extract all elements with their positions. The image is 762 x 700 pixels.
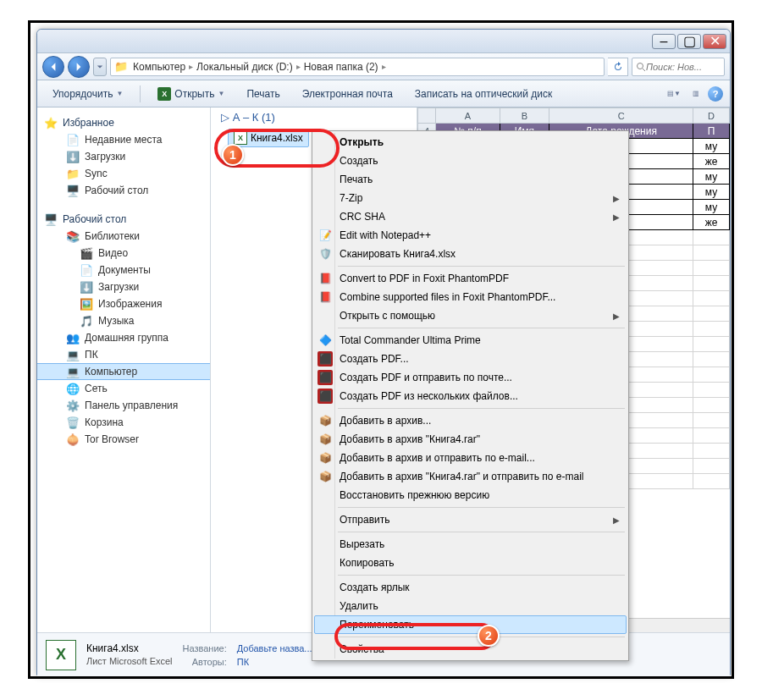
excel-file-icon: X (46, 640, 76, 670)
sidebar-item[interactable]: 🌐Сеть (37, 380, 210, 397)
context-menu-item[interactable]: Свойства (314, 640, 627, 659)
context-menu-item[interactable]: Восстановить прежнюю версию (314, 486, 627, 504)
context-menu-item[interactable]: 📦Добавить в архив... (314, 411, 627, 430)
submenu-arrow-icon: ▶ (613, 194, 620, 203)
minimize-button[interactable]: – (652, 34, 676, 49)
table-cell: же (693, 154, 730, 169)
ar-icon: 📦 (318, 450, 333, 466)
sidebar-item[interactable]: 💻Компьютер (37, 363, 210, 380)
context-menu-item[interactable]: Открыть (314, 133, 627, 152)
tc-icon: 🔷 (318, 333, 333, 348)
sidebar-item[interactable]: 💻ПК (37, 346, 210, 363)
context-menu-item[interactable]: Создать ярлык (314, 578, 627, 597)
context-menu-item[interactable]: 📦Добавить в архив "Книга4.rar" и отправи… (314, 467, 627, 486)
column-header[interactable]: D (693, 108, 730, 124)
file-item-kniga4[interactable]: X Книга4.xlsx (228, 129, 309, 147)
context-menu-item[interactable]: Копировать (314, 554, 627, 572)
back-button[interactable] (42, 56, 64, 78)
context-menu-item[interactable]: Переименовать (314, 615, 627, 634)
empty-cell (693, 245, 730, 261)
breadcrumb[interactable]: 📁 Компьютер▸ Локальный диск (D:)▸ Новая … (110, 58, 605, 76)
context-menu-item[interactable]: Вырезать (314, 535, 627, 554)
preview-pane-button[interactable]: ▥ (686, 85, 706, 103)
sidebar-libraries-head[interactable]: 📚Библиотеки (37, 228, 210, 245)
maximize-button[interactable]: ▢ (677, 34, 701, 49)
view-layout-button[interactable]: ▤ ▼ (664, 85, 684, 103)
forward-button[interactable] (68, 56, 90, 78)
context-menu-item[interactable]: 🛡️Сканировать Книга4.xlsx (314, 245, 627, 263)
empty-cell (693, 428, 730, 444)
pd-icon: ⬛ (318, 370, 333, 385)
details-authors-label: Авторы: (183, 655, 227, 669)
empty-cell (693, 398, 730, 413)
excel-icon: X (157, 87, 171, 101)
sidebar-item[interactable]: ⬇️Загрузки (37, 148, 210, 165)
organize-button[interactable]: Упорядочить ▼ (44, 85, 131, 102)
select-all-cell[interactable] (418, 108, 436, 124)
context-menu-item[interactable]: ⬛Создать PDF и отправить по почте... (314, 368, 627, 387)
svg-point-0 (638, 63, 643, 69)
details-filetype: Лист Microsoft Excel (86, 655, 173, 668)
svg-line-1 (643, 69, 645, 71)
sidebar-item[interactable]: ⚙️Панель управления (37, 397, 210, 414)
context-menu-item[interactable]: Печать (314, 170, 627, 189)
context-menu-item[interactable]: 📕Convert to PDF in Foxit PhantomPDF (314, 269, 627, 288)
email-button[interactable]: Электронная почта (294, 85, 401, 102)
sidebar-item[interactable]: 🧅Tor Browser (37, 431, 210, 448)
excel-file-icon: X (234, 131, 247, 145)
open-button[interactable]: XОткрыть ▼ (149, 85, 233, 103)
context-menu-item[interactable]: ⬛Создать PDF... (314, 350, 627, 368)
crumb-folder[interactable]: Новая папка (2) (302, 61, 380, 73)
empty-cell (693, 276, 730, 291)
context-menu-item[interactable]: Удалить (314, 597, 627, 615)
sidebar-desktop-head[interactable]: 🖥️Рабочий стол (37, 211, 210, 228)
column-header[interactable]: C (549, 108, 693, 124)
sidebar-item[interactable]: 📄Документы (37, 262, 210, 278)
details-authors-value[interactable]: ПК (237, 655, 312, 669)
empty-cell (693, 444, 730, 459)
details-title-label: Название: (183, 642, 227, 655)
crumb-drive[interactable]: Локальный диск (D:) (195, 61, 295, 73)
empty-cell (693, 306, 730, 322)
context-menu-item[interactable]: 7-Zip▶ (314, 189, 627, 207)
sidebar-item[interactable]: 🎬Видео (37, 245, 210, 262)
sidebar-item[interactable]: 🗑️Корзина (37, 414, 210, 431)
history-dropdown-button[interactable] (93, 58, 107, 76)
np-icon: 📝 (318, 228, 333, 243)
sidebar-item[interactable]: 🎵Музыка (37, 312, 210, 329)
empty-cell (693, 413, 730, 428)
context-menu-item[interactable]: Открыть с помощью▶ (314, 306, 627, 325)
sidebar-item[interactable]: 👥Домашняя группа (37, 329, 210, 346)
context-menu-item[interactable]: CRC SHA▶ (314, 207, 627, 226)
sidebar-item[interactable]: 🖥️Рабочий стол (37, 182, 210, 199)
context-menu-item[interactable]: 📝Edit with Notepad++ (314, 226, 627, 245)
sidebar-item[interactable]: ⬇️Загрузки (37, 278, 210, 295)
search-box[interactable] (632, 58, 725, 76)
sidebar-item[interactable]: 📁Sync (37, 165, 210, 182)
context-menu-item[interactable]: Отправить▶ (314, 510, 627, 529)
context-menu-item[interactable]: 📦Добавить в архив "Книга4.rar" (314, 430, 627, 449)
sidebar-favorites-head[interactable]: ⭐Избранное (37, 114, 210, 131)
crumb-computer[interactable]: Компьютер (131, 61, 187, 73)
print-button[interactable]: Печать (238, 85, 288, 102)
column-header[interactable]: A (436, 108, 500, 124)
sidebar-item[interactable]: 📄Недавние места (37, 131, 210, 148)
ar-icon: 📦 (318, 413, 333, 428)
details-title-value[interactable]: Добавьте назва... (237, 642, 312, 655)
help-button[interactable]: ? (708, 86, 723, 102)
search-icon (636, 62, 646, 72)
search-input[interactable] (646, 62, 714, 72)
context-menu-item[interactable]: 🔷Total Commander Ultima Prime (314, 331, 627, 350)
burn-button[interactable]: Записать на оптический диск (406, 85, 561, 102)
context-menu-item[interactable]: ⬛Создать PDF из нескольких файлов... (314, 387, 627, 405)
pd-icon: ⬛ (318, 351, 333, 367)
context-menu-item[interactable]: 📦Добавить в архив и отправить по e-mail.… (314, 449, 627, 467)
refresh-button[interactable] (608, 58, 628, 76)
column-header[interactable]: B (500, 108, 549, 124)
empty-cell (693, 322, 730, 337)
context-menu-item[interactable]: Создать (314, 152, 627, 170)
context-menu-item[interactable]: 📕Combine supported files in Foxit Phanto… (314, 288, 627, 306)
ar-icon: 📦 (318, 469, 333, 484)
sidebar-item[interactable]: 🖼️Изображения (37, 295, 210, 312)
close-button[interactable]: ✕ (703, 34, 726, 49)
